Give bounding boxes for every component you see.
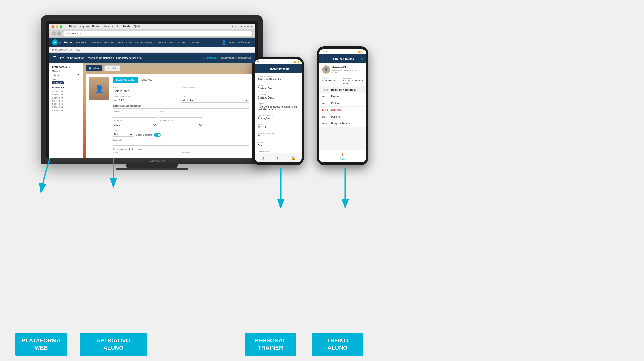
browser-back[interactable]: ‹ [52, 31, 56, 36]
status-select[interactable]: Ativo [113, 132, 133, 137]
traffic-light-red[interactable] [52, 25, 54, 28]
mes-select[interactable]: junho [52, 73, 80, 77]
phone2-device: 11:40 📶 🔋 ‹ Pro-Treino | Treinos ⚙ 👤 Gus… [317, 46, 368, 165]
phone2-treinos-label: Treinos [340, 158, 345, 160]
phone2-dia-3[interactable]: DIA 3 COSTAS › [319, 107, 366, 113]
nome-label: Nome [113, 86, 180, 88]
phone2-dia-3-num: DIA 3 [322, 109, 331, 111]
menu-janela[interactable]: Janela [123, 25, 130, 28]
phone1-bottom-bar: ⊞ ⬆ 🔒 [255, 153, 302, 162]
nav-avaliacao[interactable]: AVALIAÇÃO [75, 41, 88, 44]
phone1-share-icon[interactable]: ⬆ [276, 155, 279, 160]
nascimento-input[interactable] [113, 98, 180, 102]
phone1-value-1: Gustavo Diniz [258, 87, 299, 91]
phone1-value-4: Execuções [258, 117, 299, 121]
tipo-sanguineo-label: Tipo sanguíneo [159, 120, 203, 122]
menu-visualizar[interactable]: Visualizar [103, 25, 114, 28]
nav-sistema[interactable]: SISTEMA [189, 41, 199, 44]
macos-menubar: Finder Arquivo Editar Visualizar Ir Jane… [49, 24, 255, 29]
bottom-label-1-text: PLATAFORMAWEB [22, 337, 61, 351]
traffic-light-green[interactable] [60, 25, 62, 28]
resultado-7: R$ 1000,00 [52, 109, 80, 111]
phone2-treinador-value: Gustavo Diniz [322, 79, 342, 82]
phone2-gear-icon[interactable]: ⚙ [361, 57, 364, 61]
nav-indicadores[interactable]: INDICADORES [158, 41, 174, 44]
phone2-dia-5[interactable]: Dia 5 Bíceps e Tríceps › [319, 120, 366, 127]
save-button[interactable]: 💾 Salvar [86, 65, 102, 71]
cpf-input[interactable] [182, 89, 249, 93]
nav-gestao[interactable]: GESTÃO [104, 41, 114, 44]
hamburger-icon[interactable]: ☰ [53, 56, 56, 60]
tipo-label: Tipo [52, 79, 80, 81]
app-navbar: PT pro treino AVALIAÇÃO TREINO GESTÃO FI… [49, 38, 255, 47]
phone2-dia-4[interactable]: Dia 4 Peitoral › [319, 113, 366, 120]
back-button[interactable]: ↩ Voltar [104, 65, 120, 71]
telefone-input[interactable] [113, 113, 157, 118]
back-label: Voltar [111, 67, 117, 70]
celular-label: Celular [159, 111, 203, 113]
tipo-sanguineo-select[interactable] [159, 122, 203, 127]
nascimento-group: Data de nascimento [113, 95, 180, 103]
phone1-value-7: Ativo [258, 144, 299, 148]
laptop-device: Finder Arquivo Editar Visualizar Ir Jane… [36, 15, 268, 170]
menu-ajuda[interactable]: Ajuda [134, 25, 140, 28]
phone2-user-row[interactable]: 👤 Gustavo Diniz toque para visualizar o … [319, 63, 366, 76]
browser-url-bar[interactable]: pro-treino.com [63, 31, 252, 36]
estado-civil-select[interactable]: Outro [113, 122, 157, 127]
phone2-dia-2[interactable]: Dia 2 Ombros › [319, 100, 366, 107]
resultados-title: Resultados [52, 86, 80, 89]
right-content: 💾 Salvar ↩ Voltar [83, 63, 255, 158]
phone1-back-icon[interactable]: ‹ [257, 67, 258, 71]
ocupacao-input[interactable] [113, 142, 249, 146]
laptop-screen: Finder Arquivo Editar Visualizar Ir Jane… [49, 24, 255, 158]
menu-arquivo[interactable]: Arquivo [80, 25, 89, 28]
resultado-3: R$ 5000,00 [52, 97, 80, 99]
browser-forward[interactable]: › [57, 31, 61, 36]
phone2-avatar: 👤 [322, 65, 330, 74]
phone1-body: 5:33 📶 🔋 ‹ dados do treino Nome do trein… [252, 57, 304, 165]
menu-editar[interactable]: Editar [92, 25, 99, 28]
nome-contato-group: Nome [113, 151, 180, 158]
tab-dados-aluno[interactable]: Dados do aluno [113, 77, 138, 83]
phone2-treino-label: Treino [322, 89, 328, 91]
nome-contato-input[interactable] [113, 154, 180, 158]
phone1-field-3: Objetivo Hipertrofia muscular e aumento … [258, 102, 299, 112]
action-bar: 💾 Salvar ↩ Voltar [86, 65, 252, 71]
phone1-field-0: Nome do treino Treino de Hipertrofia [258, 75, 299, 82]
phone2-nav-treinos[interactable]: 🏃 Treinos [340, 153, 345, 160]
phone2-dia-5-num: Dia 5 [322, 122, 331, 125]
status-label: Status [113, 129, 133, 132]
phone2-academia: Academia Startjob Tecnologia Ltda. [343, 78, 363, 85]
phone2-treino-name: Treino de Hipertrofia [331, 88, 356, 91]
phone1-lock-icon[interactable]: 🔒 [291, 155, 296, 160]
phone2-status-bar: 11:40 📶 🔋 [319, 49, 366, 54]
phone2-signal: 📶 🔋 [358, 51, 364, 53]
status-group: Status Ativo [113, 129, 133, 137]
nome-input[interactable] [113, 89, 180, 93]
resultado-4: R$ 4000,00 [52, 100, 80, 102]
sync-button[interactable]: ↻ Sincronizar [202, 56, 217, 59]
tipo-badge: ENTRADA [52, 81, 64, 84]
traffic-light-yellow[interactable] [56, 25, 58, 28]
cpf-label: Número do CPF [182, 86, 249, 88]
phone2-back-icon[interactable]: ‹ [321, 57, 323, 61]
nav-financeiro[interactable]: FINANCEIRO [118, 41, 132, 44]
phone1-field-6: Qtd de execuções 51 [258, 132, 299, 139]
phone2-dia-5-name: Bíceps e Tríceps [331, 122, 362, 125]
celular-input[interactable] [159, 113, 203, 118]
acessa-sistema-toggle[interactable] [154, 133, 161, 137]
ocupacao-label: Ocupação [113, 139, 249, 141]
phone1-home-icon[interactable]: ⊞ [260, 155, 264, 160]
parentesco-input[interactable] [182, 154, 249, 158]
menu-finder[interactable]: Finder [69, 25, 76, 28]
nav-treino[interactable]: TREINO [92, 41, 101, 44]
tab-endereco[interactable]: Endereço [138, 77, 156, 83]
nav-configuracao[interactable]: CONFIGURAÇÃO [135, 41, 155, 44]
sexo-select[interactable]: Masculino Feminino [182, 98, 249, 103]
phone1-label-3: Objetivo [258, 102, 299, 105]
menu-ir[interactable]: Ir [117, 25, 119, 28]
phone2-time: 11:40 [321, 51, 327, 53]
phone2-dia-1[interactable]: Dia 1 Pernas › [319, 93, 366, 100]
mes-ano-label: Mês/Ano [52, 70, 80, 72]
nav-ajuda[interactable]: AJUDA [178, 41, 185, 44]
